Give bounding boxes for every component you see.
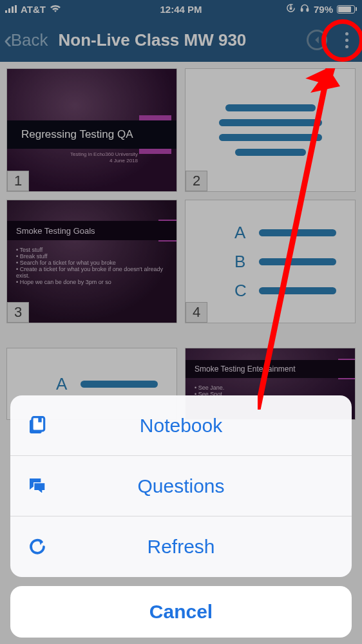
refresh-icon xyxy=(26,535,49,558)
sheet-item-notebook[interactable]: Notebook xyxy=(10,395,352,456)
cancel-label: Cancel xyxy=(149,601,213,623)
sheet-label: Questions xyxy=(137,475,224,497)
svg-rect-8 xyxy=(38,417,41,422)
sheet-label: Refresh xyxy=(147,536,214,558)
action-sheet: Notebook Questions Refresh Cancel xyxy=(10,395,352,638)
questions-icon xyxy=(26,475,49,498)
sheet-item-refresh[interactable]: Refresh xyxy=(10,516,352,577)
svg-rect-7 xyxy=(32,417,44,430)
sheet-cancel-button[interactable]: Cancel xyxy=(10,586,352,638)
notebook-icon xyxy=(26,414,49,437)
sheet-label: Notebook xyxy=(140,415,222,437)
sheet-item-questions[interactable]: Questions xyxy=(10,456,352,516)
